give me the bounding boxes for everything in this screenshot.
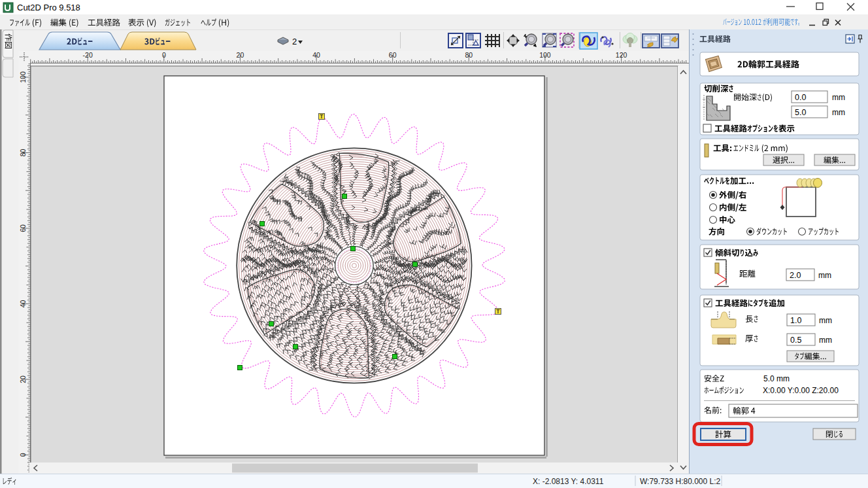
svg-text:20: 20 [237, 51, 244, 59]
svg-text:0.5: 0.5 [790, 336, 801, 345]
svg-text:40: 40 [312, 51, 320, 59]
svg-text:mm: mm [818, 271, 831, 280]
svg-text:120: 120 [616, 51, 627, 59]
svg-text:W:79.733 H:80.000 L:2: W:79.733 H:80.000 L:2 [640, 477, 721, 486]
svg-text:mm: mm [819, 316, 832, 325]
svg-text:60: 60 [19, 224, 27, 232]
svg-text:2.0: 2.0 [790, 271, 801, 280]
svg-text:X:0.00 Y:0.00 Z:20.00: X:0.00 Y:0.00 Z:20.00 [763, 386, 839, 395]
svg-text:0: 0 [19, 453, 27, 457]
svg-text:mm: mm [832, 93, 845, 102]
svg-text:Cut2D Pro 9.518: Cut2D Pro 9.518 [17, 3, 80, 12]
svg-text:100: 100 [539, 51, 551, 59]
svg-text:mm: mm [819, 336, 832, 345]
svg-text:60: 60 [389, 51, 397, 59]
svg-text:100: 100 [19, 71, 27, 83]
svg-text:40: 40 [19, 300, 27, 307]
svg-text:1.0: 1.0 [790, 316, 801, 325]
svg-text:X: -2.0813 Y: 4.0311: X: -2.0813 Y: 4.0311 [533, 477, 604, 486]
svg-text:-20: -20 [83, 51, 93, 59]
svg-text:5.0 mm: 5.0 mm [763, 374, 790, 383]
svg-text:80: 80 [19, 149, 27, 157]
svg-text:5.0: 5.0 [795, 108, 806, 117]
svg-text:20: 20 [19, 375, 27, 383]
svg-text:0.0: 0.0 [795, 93, 806, 102]
svg-text:2: 2 [292, 37, 297, 46]
svg-text:80: 80 [465, 51, 473, 59]
svg-text:0: 0 [162, 51, 166, 59]
svg-text:mm: mm [832, 108, 845, 117]
